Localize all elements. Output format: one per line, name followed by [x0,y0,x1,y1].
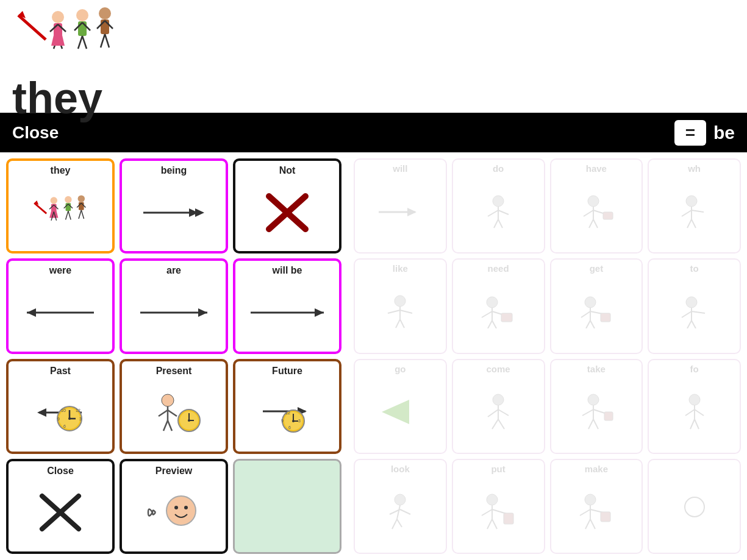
right-card-go[interactable]: go [354,359,447,454]
card-present[interactable]: Present [120,359,228,454]
card-empty[interactable] [233,459,341,554]
right-card-like-label: like [393,263,408,274]
being-arrow-svg [137,200,210,225]
right-card-make-label: make [585,464,608,474]
svg-line-21 [34,203,46,213]
card-past-visual: 10 12 3 6 9 [11,377,110,449]
card-preview-label: Preview [155,465,192,477]
past-svg: 10 12 3 6 9 [27,393,94,433]
right-card-wh[interactable]: wh [648,158,741,253]
left-panel: they [0,152,348,560]
svg-line-70 [168,420,172,431]
svg-point-23 [51,197,57,204]
card-future-visual: 12 3 6 9 [238,377,337,449]
right-card-come[interactable]: come [452,359,545,454]
svg-line-118 [400,319,404,328]
svg-marker-93 [407,208,416,216]
right-card-r4[interactable] [648,459,741,554]
card-not-label: Not [279,165,296,176]
card-preview-visual [124,477,223,549]
card-are-label: are [166,264,181,276]
svg-marker-52 [315,308,324,317]
card-being-label: being [161,165,187,176]
svg-line-110 [692,210,704,212]
equals-button[interactable]: = [674,120,706,146]
card-will-be[interactable]: will be [233,258,341,353]
svg-line-103 [593,210,603,213]
svg-rect-176 [601,512,610,522]
right-card-will[interactable]: will [354,158,447,253]
they-figure-container [12,6,128,70]
card-are[interactable]: are [120,258,228,353]
right-card-come-visual [456,374,541,450]
svg-point-89 [166,496,196,525]
svg-point-9 [76,9,88,21]
svg-line-143 [498,409,509,416]
svg-line-163 [392,519,397,529]
card-they[interactable]: they [6,158,115,253]
right-card-will-label: will [393,163,407,174]
right-card-have-visual [554,174,640,250]
svg-line-0 [18,15,46,40]
svg-line-136 [692,311,705,313]
svg-line-40 [79,210,81,218]
card-future-label: Future [272,365,302,377]
toolbar-close-label[interactable]: Close [12,123,59,143]
svg-line-178 [590,519,595,529]
svg-point-113 [395,296,406,307]
svg-text:6: 6 [63,424,66,428]
svg-line-155 [685,409,695,416]
card-they-label: they [51,165,71,176]
svg-line-132 [590,321,595,328]
right-card-need[interactable]: need [452,258,545,353]
right-card-do[interactable]: do [452,158,545,253]
right-card-make[interactable]: make [550,459,643,554]
svg-point-59 [68,417,71,420]
svg-line-99 [498,219,502,228]
svg-point-172 [585,494,596,505]
top-area: they [0,0,747,113]
svg-point-15 [99,7,111,19]
svg-point-133 [686,297,697,308]
right-card-look[interactable]: look [354,459,447,554]
right-card-put[interactable]: put [452,459,545,554]
right-card-take[interactable]: take [550,359,643,454]
svg-text:12: 12 [76,408,80,413]
card-close[interactable]: Close [6,459,115,554]
card-being[interactable]: being [120,158,228,253]
svg-point-140 [493,394,504,405]
svg-point-90 [174,506,178,509]
svg-text:9: 9 [281,419,284,423]
svg-point-146 [588,394,599,405]
card-past[interactable]: Past 10 12 3 6 9 [6,359,115,454]
card-not[interactable]: Not [233,158,341,253]
svg-text:3: 3 [298,419,301,423]
svg-marker-54 [37,408,46,417]
svg-rect-150 [604,412,613,420]
card-preview[interactable]: Preview [120,459,228,554]
svg-line-112 [692,219,696,228]
right-card-like[interactable]: like [354,258,447,353]
svg-marker-50 [198,308,207,317]
will-be-arrow-svg [245,303,330,322]
toolbar-right: = be [674,120,735,146]
svg-line-160 [397,505,400,519]
card-were-label: were [49,264,71,276]
right-card-look-visual [357,474,443,550]
card-they-visual [11,176,110,249]
future-svg: 12 3 6 9 [254,393,321,433]
svg-line-125 [492,321,496,328]
right-card-do-label: do [493,163,504,174]
right-card-fo[interactable]: fo [648,359,741,454]
right-card-to[interactable]: to [648,258,741,353]
right-card-have[interactable]: have [550,158,643,253]
card-future[interactable]: Future 12 3 6 9 [233,359,341,454]
right-card-get[interactable]: get [550,258,643,353]
toolbar-be-label: be [713,122,735,143]
svg-line-128 [581,311,590,317]
svg-point-100 [588,196,599,207]
card-being-visual [124,176,223,249]
right-card-take-label: take [587,364,606,374]
right-card-need-label: need [488,263,509,274]
card-were[interactable]: were [6,258,115,353]
